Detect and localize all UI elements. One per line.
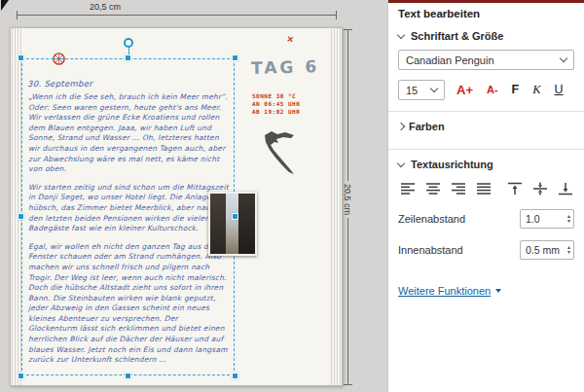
resize-handle-middle-left[interactable]	[18, 213, 24, 220]
photo-left-wall	[210, 194, 226, 254]
increase-font-button[interactable]: A+	[455, 82, 475, 98]
step-down-icon[interactable]: ▾	[567, 250, 570, 255]
chevron-down-icon	[397, 30, 405, 38]
section-label: Schriftart & Größe	[411, 30, 503, 42]
align-right-button[interactable]	[449, 180, 468, 197]
resize-handle-bottom-right[interactable]	[232, 373, 238, 379]
photo-right-wall	[238, 194, 255, 254]
line-spacing-value: 1.0	[521, 210, 567, 228]
section-text-alignment[interactable]: Textausrichtung	[388, 150, 584, 176]
photo-alley-strip	[226, 194, 238, 254]
croatia-map-silhouette	[262, 129, 301, 180]
underline-button[interactable]: U	[553, 82, 566, 98]
resize-handle-bottom-left[interactable]	[18, 373, 24, 379]
font-family-select[interactable]: Canadian Penguin	[398, 50, 574, 70]
inner-spacing-stepper[interactable]: 0.5 mm ▴ ▾	[520, 240, 574, 260]
stamp-line: AN 06:45 UHR	[252, 100, 300, 108]
step-down-icon[interactable]: ▾	[567, 219, 570, 224]
editor-canvas[interactable]: 20,5 cm 20,5 cm 30. September „Wenn ich …	[0, 0, 387, 392]
valign-bottom-button[interactable]	[556, 180, 575, 197]
valign-top-button[interactable]	[505, 180, 525, 197]
chevron-down-icon	[560, 54, 567, 62]
italic-button[interactable]: K	[530, 82, 542, 98]
font-family-value: Canadian Penguin	[406, 54, 494, 66]
inner-spacing-value: 0.5 mm	[521, 241, 567, 259]
chevron-right-icon	[397, 123, 405, 130]
text-frame-selection[interactable]	[21, 58, 235, 375]
bold-button[interactable]: F	[510, 82, 522, 98]
align-center-button[interactable]	[423, 180, 443, 197]
dropdown-triangle-icon	[495, 289, 501, 293]
date-stamps: SONNE 30 °C AN 06:45 UHR AB 19:02 UHR	[252, 92, 300, 116]
stamp-line: AB 19:02 UHR	[252, 108, 300, 116]
valign-middle-button[interactable]	[530, 180, 550, 197]
horizontal-measure-line	[17, 15, 337, 16]
page-binding-right	[331, 28, 341, 385]
section-label: Textausrichtung	[411, 159, 493, 170]
inner-spacing-label: Innenabstand	[398, 244, 463, 256]
section-colors[interactable]: Farben	[388, 112, 584, 138]
text-edit-panel: Text bearbeiten Schriftart & Größe Canad…	[387, 0, 584, 392]
alley-photo[interactable]	[208, 192, 257, 256]
red-x-mark: ×	[286, 33, 294, 46]
page-binding-left	[12, 28, 21, 385]
page-title: TAG 6	[251, 56, 320, 78]
page-height-label: 20,5 cm	[341, 181, 354, 218]
cursor-artifact	[1, 0, 9, 11]
rotation-handle[interactable]	[124, 38, 133, 48]
resize-handle-top-middle[interactable]	[125, 54, 131, 61]
align-justify-button[interactable]	[474, 180, 493, 197]
align-left-button[interactable]	[398, 180, 418, 197]
resize-handle-bottom-middle[interactable]	[125, 373, 131, 379]
alignment-toolbar	[398, 180, 574, 197]
resize-handle-top-right[interactable]	[232, 54, 238, 61]
font-size-value: 15	[406, 85, 418, 96]
chevron-down-icon	[397, 159, 405, 166]
panel-title: Text bearbeiten	[388, 3, 584, 21]
section-label: Farben	[409, 121, 445, 132]
resize-handle-top-left[interactable]	[18, 54, 24, 61]
line-spacing-stepper[interactable]: 1.0 ▴ ▾	[520, 209, 574, 229]
line-spacing-label: Zeilenabstand	[398, 213, 465, 225]
more-functions-label: Weitere Funktionen	[398, 285, 491, 297]
section-font-size[interactable]: Schriftart & Größe	[388, 21, 584, 48]
decrease-font-button[interactable]: A-	[485, 83, 500, 97]
stamp-line: SONNE 30 °C	[252, 92, 300, 100]
resize-handle-middle-right[interactable]	[232, 213, 238, 220]
font-size-select[interactable]: 15	[398, 80, 445, 100]
more-functions-link[interactable]: Weitere Funktionen	[398, 285, 501, 297]
page-width-label: 20,5 cm	[86, 2, 125, 12]
app-window: 20,5 cm 20,5 cm 30. September „Wenn ich …	[0, 0, 584, 392]
chevron-down-icon	[430, 85, 438, 92]
